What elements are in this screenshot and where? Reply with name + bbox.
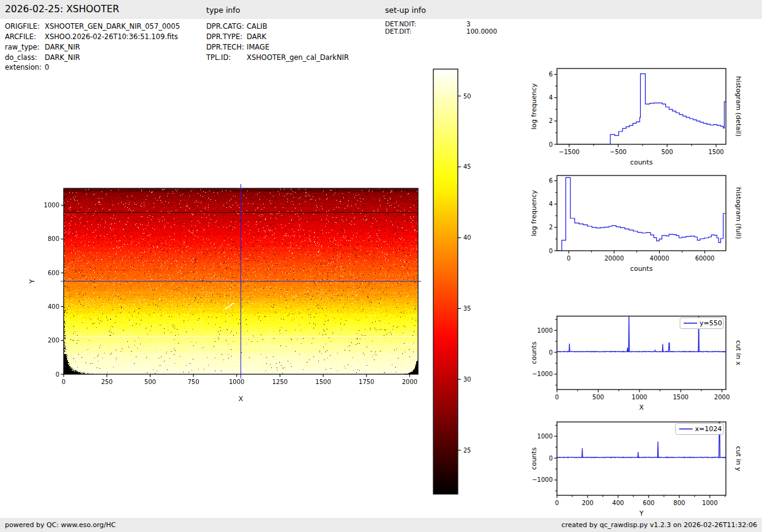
svg-text:−1000: −1000: [532, 476, 553, 483]
svg-text:25: 25: [463, 447, 471, 454]
svg-text:cut in y: cut in y: [734, 446, 742, 471]
svg-text:40: 40: [463, 234, 471, 241]
type-info-heading: type info: [206, 6, 240, 15]
metadata-value: 100.0000: [466, 28, 497, 35]
svg-text:1250: 1250: [272, 379, 288, 385]
svg-text:500: 500: [661, 149, 673, 155]
svg-text:0: 0: [555, 394, 559, 401]
svg-text:250: 250: [101, 379, 113, 385]
svg-text:750: 750: [187, 379, 199, 385]
svg-text:cut in x: cut in x: [734, 341, 742, 366]
svg-text:x=1024: x=1024: [695, 425, 722, 433]
svg-text:2000: 2000: [402, 379, 417, 385]
metadata-value: DARK_NIR: [45, 43, 80, 51]
svg-text:counts: counts: [630, 265, 653, 273]
svg-text:0: 0: [56, 371, 59, 378]
svg-text:0: 0: [567, 255, 570, 262]
metadata-value: DARK: [247, 32, 266, 41]
svg-text:0: 0: [549, 248, 553, 254]
svg-text:500: 500: [144, 379, 156, 385]
svg-text:counts: counts: [530, 341, 538, 364]
qc-report-page: 2026-02-25: XSHOOTER type info set-up in…: [0, 0, 762, 532]
metadata-value: IMAGE: [247, 43, 269, 51]
svg-text:20000: 20000: [604, 255, 624, 262]
svg-text:30: 30: [463, 376, 471, 383]
metadata-label: extension:: [5, 63, 42, 72]
histogram-detail-plot: −1500−50050015000246countslog frequencyh…: [523, 61, 762, 167]
svg-text:800: 800: [48, 235, 59, 242]
svg-text:1000: 1000: [537, 327, 553, 334]
metadata-label: DET.DIT:: [385, 28, 411, 35]
svg-text:1000: 1000: [537, 433, 553, 440]
svg-text:200: 200: [48, 337, 59, 344]
svg-text:0: 0: [549, 349, 553, 356]
svg-text:400: 400: [612, 500, 624, 506]
svg-text:1500: 1500: [673, 394, 688, 401]
svg-text:200: 200: [581, 500, 593, 506]
svg-text:Y: Y: [639, 509, 644, 517]
metadata-value: XSHOOTER_GEN_DARK_NIR_057_0005: [45, 22, 180, 31]
setup-info-heading: set-up info: [385, 6, 426, 15]
colorbar: 253035404550: [428, 64, 485, 501]
metadata-value: 3: [466, 20, 471, 28]
svg-text:400: 400: [48, 303, 59, 310]
metadata-label: DPR.TECH:: [206, 43, 244, 51]
svg-text:600: 600: [643, 500, 654, 506]
svg-text:2: 2: [549, 224, 553, 231]
svg-text:−1000: −1000: [532, 371, 553, 377]
svg-text:−1500: −1500: [559, 149, 580, 155]
cut-in-y-plot: 02004006008001000−100001000Ycountscut in…: [523, 415, 762, 519]
svg-text:histogram (full): histogram (full): [734, 187, 742, 239]
svg-text:0: 0: [549, 455, 553, 462]
metadata-label: ARCFILE:: [5, 32, 36, 41]
svg-text:800: 800: [673, 500, 685, 506]
svg-text:2: 2: [549, 117, 553, 124]
svg-text:2000: 2000: [714, 394, 730, 401]
metadata-value: DARK_NIR: [45, 53, 80, 62]
svg-text:45: 45: [463, 163, 471, 170]
svg-text:X: X: [239, 395, 244, 403]
svg-text:50: 50: [463, 93, 471, 100]
metadata-label: DET.NDIT:: [385, 20, 416, 28]
metadata-label: TPL.ID:: [206, 53, 231, 62]
metadata-label: DPR.CATG:: [206, 22, 244, 31]
svg-text:X: X: [639, 404, 644, 412]
header-bar: 2026-02-25: XSHOOTER type info set-up in…: [0, 0, 762, 19]
svg-text:0: 0: [555, 500, 559, 506]
svg-text:1000: 1000: [229, 379, 244, 385]
cut-in-x-plot: 0500100015002000−100001000Xcountscut in …: [523, 309, 762, 414]
svg-text:1000: 1000: [44, 202, 59, 209]
svg-text:0: 0: [549, 141, 553, 148]
svg-text:4: 4: [549, 201, 553, 207]
metadata-value: 0: [45, 63, 49, 72]
svg-text:40000: 40000: [650, 255, 670, 262]
svg-text:6: 6: [549, 71, 553, 78]
svg-text:1000: 1000: [632, 394, 647, 401]
footer-right-text: created by qc_rawdisp.py v1.2.3 on 2026-…: [561, 521, 757, 529]
main-image-plot: 0250500750100012501500175020000200400600…: [24, 180, 441, 410]
svg-text:600: 600: [48, 270, 59, 276]
svg-text:6: 6: [549, 177, 553, 184]
histogram-full-plot: 02000040000600000246countslog frequencyh…: [523, 168, 762, 274]
svg-text:counts: counts: [530, 447, 538, 470]
svg-text:counts: counts: [630, 158, 653, 166]
svg-text:−500: −500: [610, 149, 626, 155]
metadata-value: XSHOOTER_gen_cal_DarkNIR: [247, 53, 349, 62]
page-title: 2026-02-25: XSHOOTER: [5, 4, 119, 15]
svg-text:35: 35: [463, 305, 471, 312]
metadata-label: raw_type:: [5, 43, 40, 51]
metadata-label: ORIGFILE:: [5, 22, 40, 31]
svg-text:1500: 1500: [315, 379, 331, 385]
metadata-value: CALIB: [247, 22, 267, 31]
svg-text:log frequency: log frequency: [530, 83, 538, 130]
metadata-label: DPR.TYPE:: [206, 32, 242, 41]
svg-text:0: 0: [62, 379, 65, 385]
footer-left-text: powered by QC: www.eso.org/HC: [5, 521, 116, 529]
svg-text:1750: 1750: [359, 379, 374, 385]
svg-text:y=550: y=550: [700, 319, 722, 327]
svg-text:log frequency: log frequency: [530, 190, 538, 236]
svg-text:1000: 1000: [702, 500, 717, 506]
footer-bar: powered by QC: www.eso.org/HC created by…: [0, 518, 762, 532]
svg-text:500: 500: [592, 394, 604, 401]
metadata-value: XSHOO.2026-02-26T10:36:51.109.fits: [45, 32, 178, 41]
